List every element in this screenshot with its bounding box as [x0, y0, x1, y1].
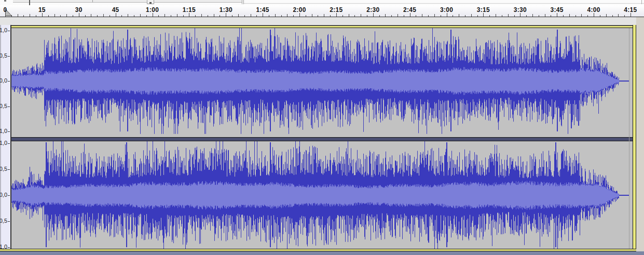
timeline-label: 4:00 — [587, 6, 600, 14]
timeline-tick — [146, 15, 147, 17]
timeline-tick — [318, 15, 318, 17]
timeline-tick — [214, 14, 214, 17]
timeline-tick — [520, 13, 520, 17]
scale-tick — [8, 31, 10, 31]
timeline-tick — [416, 15, 416, 17]
waveform-channel-left[interactable] — [11, 28, 633, 137]
timeline-label: 45 — [112, 6, 119, 14]
channel-divider[interactable] — [11, 137, 633, 141]
timeline-tick — [324, 14, 324, 17]
timeline-label: 15 — [38, 6, 46, 14]
timeline-tick — [342, 15, 343, 17]
timeline-tick — [232, 15, 232, 17]
timeline-tick — [201, 14, 202, 17]
timeline-tick — [354, 15, 355, 17]
toolbar-dropdown-arrow — [149, 2, 152, 4]
waveform-channel-right[interactable] — [11, 141, 633, 249]
timeline-tick — [581, 14, 582, 17]
timeline-label: 2:00 — [293, 6, 306, 14]
timeline-label: 1:45 — [256, 6, 269, 14]
timeline-tick — [410, 13, 410, 17]
timeline-tick — [379, 15, 380, 17]
timeline-tick — [385, 14, 386, 17]
toolbar-fragment — [154, 0, 242, 3]
timeline-tick — [97, 15, 98, 17]
timeline-tick — [153, 13, 153, 17]
timeline-tick — [312, 14, 312, 17]
timeline-tick — [545, 14, 545, 17]
timeline-tick — [367, 15, 367, 17]
timeline-tick — [453, 15, 453, 17]
vertical-scale-ruler[interactable]: 1,00,50,00,51,01,00,50,00,51,0 — [0, 25, 10, 249]
timeline-label: 2:45 — [403, 6, 416, 14]
timeline-tick — [220, 15, 220, 17]
scale-tick — [8, 195, 10, 196]
timeline-tick — [208, 15, 208, 17]
timeline-tick — [251, 14, 251, 17]
window-bottom-strip — [0, 251, 644, 255]
timeline-tick — [189, 13, 189, 17]
timeline-tick — [569, 14, 570, 17]
timeline-tick — [631, 13, 631, 17]
timeline-tick — [103, 14, 104, 17]
track-top-strip — [0, 17, 637, 25]
scale-tick — [8, 81, 10, 82]
timeline-tick — [404, 15, 404, 17]
scale-tick — [8, 169, 10, 170]
scale-tick — [8, 143, 10, 144]
timeline-label: 3:45 — [551, 6, 564, 14]
timeline-tick — [502, 15, 502, 17]
timeline-tick — [11, 15, 12, 17]
timeline-tick — [263, 13, 263, 17]
scale-label: 0,0 — [0, 78, 7, 84]
timeline-tick — [23, 15, 24, 17]
timeline-tick — [391, 15, 392, 17]
timeline-tick — [244, 15, 245, 17]
timeline-tick — [109, 15, 110, 17]
timeline-label: 3:00 — [440, 6, 453, 14]
timeline-label: 4:15 — [624, 6, 637, 14]
timeline-tick — [54, 14, 55, 17]
timeline-label: 1:15 — [183, 6, 196, 14]
timeline-label: 2:30 — [366, 6, 379, 14]
timeline-tick — [42, 13, 43, 17]
timeline-tick — [306, 15, 306, 17]
scale-tick — [8, 247, 10, 248]
timeline-tick — [158, 15, 159, 17]
audacity-window: 01530451:001:151:301:452:002:152:302:453… — [0, 0, 644, 255]
timeline-label: 1:30 — [220, 6, 232, 14]
timeline-label: 0 — [4, 6, 7, 14]
timeline-tick — [171, 15, 171, 17]
timeline-tick — [398, 14, 398, 17]
timeline-tick — [134, 15, 134, 17]
scale-tick — [8, 56, 10, 57]
timeline-tick — [336, 13, 337, 17]
scale-label: 0,5 — [0, 166, 7, 172]
timeline-ruler[interactable]: 01530451:001:151:301:452:002:152:302:453… — [0, 5, 644, 17]
timeline-tick — [269, 15, 269, 17]
timeline-tick — [121, 15, 122, 17]
timeline-tick — [532, 14, 533, 17]
scale-label: 0,5 — [0, 218, 7, 224]
timeline-tick — [618, 14, 619, 17]
timeline-tick — [226, 13, 226, 17]
timeline-tick — [275, 14, 276, 17]
timeline-tick — [18, 14, 18, 17]
timeline-label: 1:00 — [146, 6, 159, 14]
timeline-tick — [256, 15, 257, 17]
timeline-label: 30 — [75, 6, 83, 14]
timeline-tick — [79, 13, 79, 17]
timeline-tick — [483, 13, 484, 17]
timeline-tick — [140, 14, 141, 17]
timeline-label: 2:15 — [330, 6, 342, 14]
timeline-tick — [539, 15, 539, 17]
timeline-tick — [551, 15, 551, 17]
timeline-tick — [606, 14, 607, 17]
timeline-tick — [48, 15, 49, 17]
scale-tick — [8, 131, 10, 132]
timeline-tick — [508, 14, 509, 17]
timeline-tick — [422, 14, 422, 17]
scale-label: 1,0 — [0, 128, 7, 134]
timeline-tick — [459, 14, 459, 17]
timeline-tick — [587, 15, 588, 17]
